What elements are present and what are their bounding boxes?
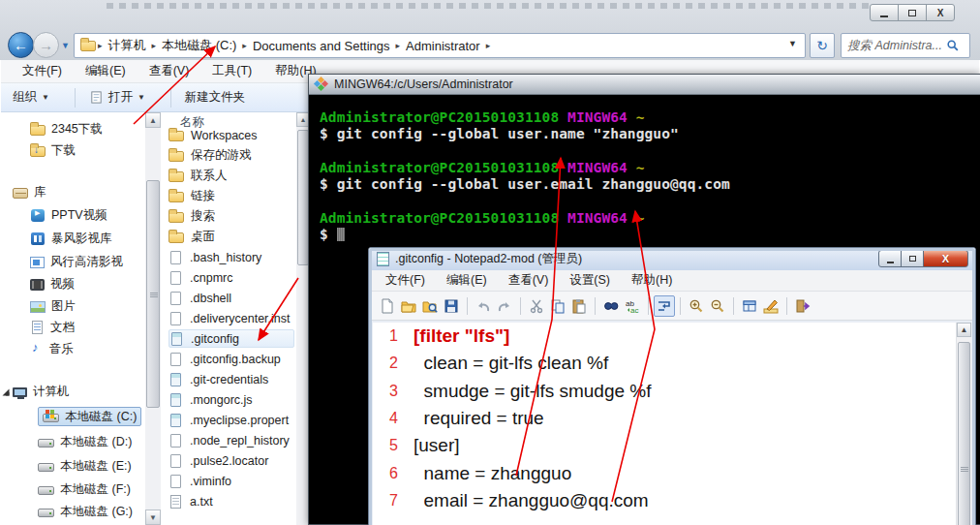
file-list-item[interactable]: .pulse2.locator — [168, 451, 294, 470]
sidebar-item[interactable]: PPTV视频 — [30, 205, 107, 225]
menu-item[interactable]: 编辑(E) — [74, 60, 138, 82]
back-button[interactable]: ← — [8, 32, 34, 58]
scroll-up-icon[interactable]: ▲ — [145, 112, 161, 128]
menu-item[interactable]: 文件(F) — [11, 60, 74, 82]
scrollbar-thumb[interactable] — [146, 180, 160, 408]
sidebar-item[interactable]: 本地磁盘 (G:) — [38, 502, 133, 521]
open-file-icon[interactable] — [398, 295, 419, 317]
file-list-item[interactable]: 链接 — [168, 187, 294, 205]
sidebar-item[interactable]: ↓下载 — [30, 140, 76, 160]
new-folder-button[interactable]: 新建文件夹 — [185, 89, 246, 106]
exit-icon[interactable] — [792, 295, 813, 317]
file-list-item[interactable]: Workspaces — [168, 126, 294, 144]
sidebar-item[interactable]: 本地磁盘 (E:) — [38, 456, 132, 476]
address-bar[interactable]: ▸计算机▸本地磁盘 (C:)▸Documents and Settings▸Ad… — [74, 33, 806, 58]
editor-line[interactable]: 3 smudge = git-lfs smudge %f — [373, 378, 956, 405]
menu-item[interactable]: 查看(V) — [138, 60, 201, 82]
open-button[interactable]: 打开▼ — [89, 89, 145, 106]
new-file-icon[interactable] — [377, 295, 398, 317]
file-list-item[interactable]: .viminfo — [168, 472, 294, 490]
terminal-titlebar[interactable]: MINGW64:/c/Users/Administrator — [309, 75, 980, 95]
file-list-item[interactable]: .gitconfig.backup — [168, 350, 294, 368]
find-icon[interactable] — [600, 295, 622, 317]
menu-item[interactable]: 编辑(E) — [436, 270, 498, 291]
sidebar-item[interactable]: 本地磁盘 (F:) — [38, 479, 131, 499]
sidebar-item[interactable]: 风行高清影视 — [30, 252, 123, 271]
browse-icon[interactable] — [419, 295, 441, 317]
replace-icon[interactable]: abac — [622, 295, 643, 317]
sidebar-item[interactable]: 图片 — [30, 296, 76, 316]
breadcrumb-item[interactable]: 计算机 — [103, 37, 152, 54]
close-icon[interactable]: X — [923, 250, 968, 267]
editor-line[interactable]: 7 email = zhangguo@qq.com — [373, 487, 956, 514]
menu-item[interactable]: 工具(T) — [200, 60, 263, 82]
editor-line[interactable]: 4 required = true — [373, 405, 956, 432]
undo-icon[interactable] — [473, 295, 494, 317]
sidebar-item[interactable]: 2345下载 — [30, 119, 103, 139]
sidebar-item[interactable]: 暴风影视库 — [30, 229, 112, 248]
redo-icon[interactable] — [494, 295, 515, 317]
forward-button[interactable]: → — [33, 32, 59, 58]
sidebar-item[interactable]: 音乐 — [30, 339, 74, 358]
file-list-item[interactable]: .mongorc.js — [168, 390, 294, 409]
file-list-item[interactable]: .deliverycenter.inst — [168, 309, 294, 327]
maximize-icon[interactable] — [901, 250, 924, 267]
sidebar-item[interactable]: 视频 — [30, 274, 75, 293]
word-wrap-icon[interactable] — [654, 295, 675, 317]
file-list-item[interactable]: 联系人 — [168, 167, 294, 185]
sidebar-item[interactable]: 库 — [13, 182, 46, 201]
editor-scrollbar[interactable]: ▲ — [956, 323, 971, 525]
menu-item[interactable]: 帮助(H) — [621, 270, 683, 291]
breadcrumb-item[interactable]: Administrator — [400, 39, 486, 53]
scrollbar-thumb[interactable] — [958, 342, 970, 525]
minimize-icon[interactable] — [878, 250, 902, 267]
breadcrumb-item[interactable]: 本地磁盘 (C:) — [156, 37, 242, 54]
menu-item[interactable]: 查看(V) — [498, 270, 560, 291]
scroll-up-icon[interactable]: ▲ — [957, 323, 971, 337]
file-list-item[interactable]: .cnpmrc — [168, 268, 294, 287]
zoom-out-icon[interactable] — [707, 295, 728, 317]
refresh-icon[interactable]: ↻ — [810, 33, 835, 58]
schemes-icon[interactable] — [739, 295, 760, 317]
sidebar-item[interactable]: 本地磁盘 (D:) — [38, 432, 132, 451]
editor-line[interactable]: 2 clean = git-lfs clean %f — [373, 350, 956, 377]
file-list-item[interactable]: .git-credentials — [168, 370, 294, 388]
sidebar-item[interactable]: 文档 — [30, 318, 75, 337]
expand-arrow-icon[interactable] — [3, 389, 10, 396]
file-list-item[interactable]: 搜索 — [168, 207, 294, 226]
address-dropdown-icon[interactable]: ▼ — [788, 39, 797, 48]
save-icon[interactable] — [441, 295, 462, 317]
file-list-item[interactable]: .node_repl_history — [168, 431, 294, 449]
file-list-item[interactable]: 保存的游戏 — [168, 146, 294, 165]
file-list-item[interactable]: .gitconfig — [168, 329, 294, 348]
editor-line[interactable]: 6 name = zhangguo — [373, 459, 956, 486]
breadcrumb-item[interactable]: Documents and Settings — [247, 39, 396, 53]
file-list-item[interactable]: .myeclipse.propert — [168, 411, 294, 429]
line-number: 2 — [373, 355, 398, 372]
search-icon[interactable] — [946, 39, 960, 52]
minimize-icon[interactable] — [870, 4, 899, 21]
editor-content[interactable]: 1[filter "lfs"]2 clean = git-lfs clean %… — [373, 323, 956, 525]
zoom-in-icon[interactable] — [686, 295, 707, 317]
close-icon[interactable]: X — [926, 4, 955, 21]
sidebar-item[interactable]: 本地磁盘 (C:) — [38, 407, 141, 426]
organize-button[interactable]: 组织▼ — [13, 89, 49, 106]
maximize-icon[interactable] — [898, 4, 927, 21]
paste-icon[interactable] — [568, 295, 590, 317]
scroll-down-icon[interactable]: ▼ — [145, 510, 161, 525]
customize-icon[interactable] — [760, 295, 781, 317]
copy-icon[interactable] — [547, 295, 568, 317]
search-input[interactable] — [845, 38, 946, 53]
sidebar-scrollbar[interactable]: ▲ ▼ — [145, 112, 161, 525]
file-list-item[interactable]: a.txt — [168, 492, 294, 510]
sidebar-item[interactable]: 计算机 — [13, 382, 70, 401]
editor-line[interactable]: 1[filter "lfs"] — [373, 323, 956, 350]
menu-item[interactable]: 设置(S) — [559, 270, 621, 291]
menu-item[interactable]: 文件(F) — [375, 270, 436, 291]
file-list-item[interactable]: .bash_history — [168, 248, 294, 266]
file-list-item[interactable]: 桌面 — [168, 228, 294, 246]
editor-line[interactable]: 5[user] — [373, 432, 956, 459]
history-dropdown-icon[interactable]: ▼ — [61, 41, 70, 50]
file-list-item[interactable]: .dbshell — [168, 289, 294, 307]
cut-icon[interactable] — [526, 295, 547, 317]
